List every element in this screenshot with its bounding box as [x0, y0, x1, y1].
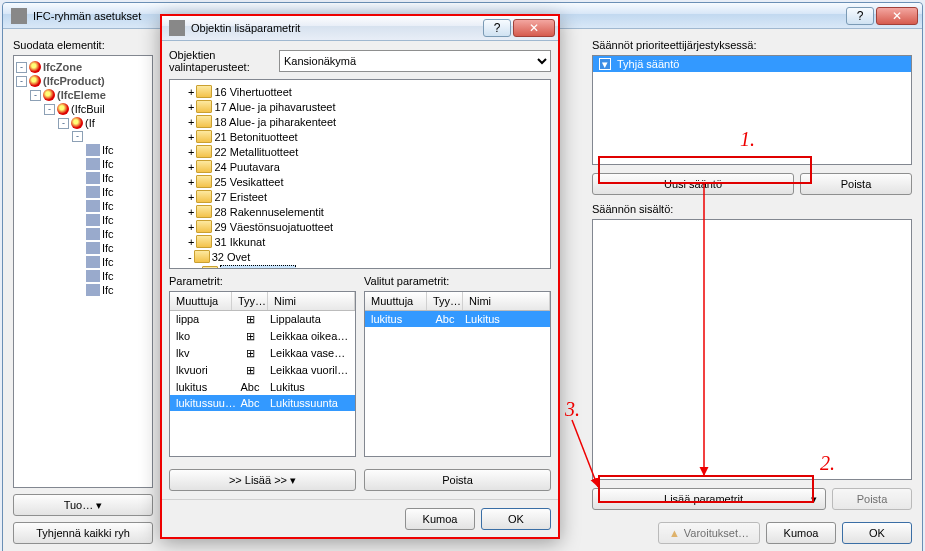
node-icon — [29, 75, 41, 87]
rule-priority-icon: ▾ — [599, 58, 611, 70]
available-params-list[interactable]: Muuttuja Tyy… Nimi lippa⊞Lippalautalko⊞L… — [169, 291, 356, 457]
folder-item[interactable]: +24 Puutavara — [174, 159, 546, 174]
delete-param-button[interactable]: Poista — [832, 488, 912, 510]
folder-icon — [194, 250, 210, 263]
expand-toggle-icon[interactable]: + — [188, 206, 194, 218]
folder-item[interactable]: +16 Vihertuotteet — [174, 84, 546, 99]
expand-toggle-icon[interactable]: + — [188, 221, 194, 233]
tree-item[interactable]: - — [16, 130, 150, 143]
basis-select[interactable]: Kansionäkymä — [279, 50, 551, 72]
tree-item-label: IfcZone — [43, 61, 82, 73]
folder-item[interactable]: -32 Ovet — [174, 249, 546, 264]
selected-params-list[interactable]: Muuttuja Tyy… Nimi lukitusAbcLukitus — [364, 291, 551, 457]
tree-item-label: Ifc — [102, 144, 114, 156]
annotation-3: 3. — [565, 398, 580, 421]
delete-rule-button[interactable]: Poista — [800, 173, 912, 195]
close-button[interactable]: ✕ — [876, 7, 918, 25]
element-tree[interactable]: -IfcZone-(IfcProduct)-(IfcEleme-(IfcBuil… — [13, 55, 153, 488]
folder-item[interactable]: +22 Metallituotteet — [174, 144, 546, 159]
ok-button[interactable]: OK — [842, 522, 912, 544]
folder-icon — [196, 160, 212, 173]
dialog2-cancel-button[interactable]: Kumoa — [405, 508, 475, 530]
clear-all-button[interactable]: Tyhjennä kaikki ryh — [13, 522, 153, 544]
tree-item[interactable]: Ifc — [16, 171, 150, 185]
rule-item[interactable]: ▾ Tyhjä sääntö — [593, 56, 911, 72]
rule-content-box[interactable] — [592, 219, 912, 480]
tree-item-label: Ifc — [102, 256, 114, 268]
expand-toggle-icon[interactable]: - — [16, 76, 27, 87]
tree-item[interactable]: Ifc — [16, 185, 150, 199]
expand-toggle-icon[interactable]: + — [188, 86, 194, 98]
warnings-button[interactable]: ▲Varoitukset… — [658, 522, 760, 544]
tree-item[interactable]: -(IfcBuil — [16, 102, 150, 116]
folder-item[interactable]: +29 Väestönsuojatuotteet — [174, 219, 546, 234]
folder-item[interactable]: +28 Rakennuselementit — [174, 204, 546, 219]
basis-label: Objektien valintaperusteet: — [169, 49, 269, 73]
expand-toggle-icon[interactable]: + — [188, 146, 194, 158]
tree-item[interactable]: -(IfcEleme — [16, 88, 150, 102]
node-icon — [86, 144, 100, 156]
expand-toggle-icon[interactable]: + — [188, 191, 194, 203]
folder-item[interactable]: +27 Eristeet — [174, 189, 546, 204]
dialog2-ok-button[interactable]: OK — [481, 508, 551, 530]
cancel-button[interactable]: Kumoa — [766, 522, 836, 544]
expand-toggle-icon[interactable]: + — [188, 161, 194, 173]
remove-selected-button[interactable]: Poista — [364, 469, 551, 491]
param-row[interactable]: lkv⊞Leikkaa vase… — [170, 345, 355, 362]
param-row[interactable]: lkvuori⊞Leikkaa vuoril… — [170, 362, 355, 379]
expand-toggle-icon[interactable]: - — [16, 62, 27, 73]
expand-toggle-icon[interactable]: + — [188, 236, 194, 248]
tree-item[interactable]: Ifc — [16, 157, 150, 171]
expand-toggle-icon[interactable]: - — [44, 104, 55, 115]
add-to-selected-button[interactable]: >> Lisää >> ▾ — [169, 469, 356, 491]
tree-item[interactable]: Ifc — [16, 241, 150, 255]
folder-icon — [196, 100, 212, 113]
tree-item[interactable]: Ifc — [16, 255, 150, 269]
close-button[interactable]: ✕ — [513, 19, 555, 37]
expand-toggle-icon[interactable]: + — [188, 101, 194, 113]
new-rule-button[interactable]: Uusi sääntö — [592, 173, 794, 195]
folder-tree[interactable]: +16 Vihertuotteet+17 Alue- ja pihavarust… — [169, 79, 551, 269]
tree-item[interactable]: Ifc — [16, 213, 150, 227]
param-row[interactable]: lukitusAbcLukitus — [365, 311, 550, 327]
node-icon — [71, 117, 83, 129]
folder-item[interactable]: +25 Vesikatteet — [174, 174, 546, 189]
param-row[interactable]: lko⊞Leikkaa oikea… — [170, 328, 355, 345]
folder-icon — [196, 175, 212, 188]
tree-item[interactable]: Ifc — [16, 283, 150, 297]
expand-toggle-icon[interactable]: - — [30, 90, 41, 101]
node-icon — [86, 242, 100, 254]
app-icon — [11, 8, 27, 24]
param-row[interactable]: lukitusAbcLukitus — [170, 379, 355, 395]
param-row[interactable]: lippa⊞Lippalauta — [170, 311, 355, 328]
tree-item[interactable]: -(If — [16, 116, 150, 130]
tree-item-label: Ifc — [102, 200, 114, 212]
filter-label: Suodata elementit: — [13, 39, 153, 51]
folder-item[interactable]: +18 Alue- ja piharakenteet — [174, 114, 546, 129]
folder-item-label: 27 Eristeet — [214, 191, 267, 203]
dialog2-title: Objektin lisäparametrit — [191, 22, 483, 34]
import-button[interactable]: Tuo… ▾ — [13, 494, 153, 516]
expand-toggle-icon[interactable]: + — [188, 131, 194, 143]
help-button[interactable]: ? — [846, 7, 874, 25]
tree-item[interactable]: Ifc — [16, 143, 150, 157]
folder-item-label: 22 Metallituotteet — [214, 146, 298, 158]
tree-item[interactable]: -(IfcProduct) — [16, 74, 150, 88]
tree-item[interactable]: Ifc — [16, 227, 150, 241]
folder-item[interactable]: +31 Ikkunat — [174, 234, 546, 249]
expand-toggle-icon[interactable]: + — [188, 176, 194, 188]
param-row[interactable]: lukitussuu…AbcLukitussuunta — [170, 395, 355, 411]
add-params-dropdown[interactable]: Lisää parametrit…▾ — [592, 488, 826, 510]
expand-toggle-icon[interactable]: + — [188, 116, 194, 128]
expand-toggle-icon[interactable]: - — [58, 118, 69, 129]
folder-icon — [196, 115, 212, 128]
tree-item[interactable]: -IfcZone — [16, 60, 150, 74]
folder-item[interactable]: +17 Alue- ja pihavarusteet — [174, 99, 546, 114]
help-button[interactable]: ? — [483, 19, 511, 37]
folder-item[interactable]: +21 Betonituotteet — [174, 129, 546, 144]
tree-item[interactable]: Ifc — [16, 269, 150, 283]
tree-item[interactable]: Ifc — [16, 199, 150, 213]
expand-toggle-icon[interactable]: - — [188, 251, 192, 263]
folder-item[interactable]: Ovi PK15.gsm — [174, 264, 546, 269]
expand-toggle-icon[interactable]: - — [72, 131, 83, 142]
